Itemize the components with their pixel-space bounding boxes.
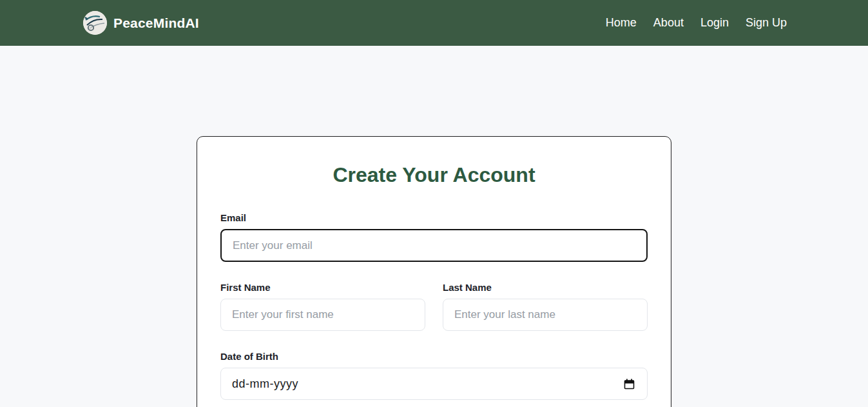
nav-link-login[interactable]: Login — [700, 16, 729, 30]
first-name-label: First Name — [220, 282, 425, 293]
dob-field-group: Date of Birth dd-mm-yyyy — [220, 351, 648, 400]
nav-link-signup[interactable]: Sign Up — [746, 16, 787, 30]
nav-link-home[interactable]: Home — [606, 16, 637, 30]
brand-name: PeaceMindAI — [113, 15, 199, 31]
last-name-label: Last Name — [443, 282, 648, 293]
last-name-input[interactable] — [443, 299, 648, 331]
email-input[interactable] — [220, 229, 648, 262]
email-label: Email — [220, 212, 648, 223]
email-field-group: Email — [220, 212, 648, 262]
navbar: PeaceMindAI Home About Login Sign Up — [0, 0, 868, 46]
brand[interactable]: PeaceMindAI — [83, 11, 199, 35]
page-body: Create Your Account Email First Name Las… — [0, 46, 868, 407]
calendar-icon[interactable] — [624, 379, 635, 390]
last-name-field-group: Last Name — [443, 282, 648, 331]
dob-input[interactable]: dd-mm-yyyy — [220, 368, 648, 400]
form-title: Create Your Account — [220, 163, 648, 187]
nav-links: Home About Login Sign Up — [606, 16, 787, 30]
dob-label: Date of Birth — [220, 351, 648, 362]
nav-link-about[interactable]: About — [653, 16, 684, 30]
first-name-input[interactable] — [220, 299, 425, 331]
signup-card: Create Your Account Email First Name Las… — [197, 136, 671, 407]
stethoscope-logo-icon — [83, 11, 107, 35]
first-name-field-group: First Name — [220, 282, 425, 331]
dob-value: dd-mm-yyyy — [232, 377, 298, 391]
name-row: First Name Last Name — [220, 282, 648, 331]
